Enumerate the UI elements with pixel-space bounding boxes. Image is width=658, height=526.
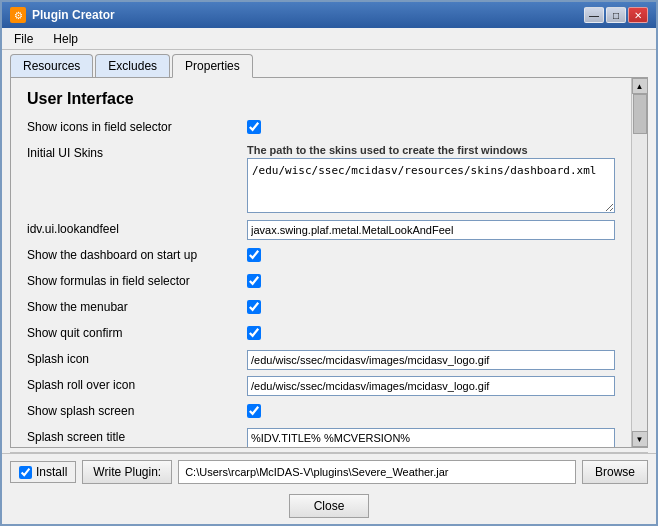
maximize-button[interactable]: □ [606,7,626,23]
value-menubar [247,298,615,317]
property-row-menubar: Show the menubar [27,298,615,320]
property-row-splash-icon: Splash icon [27,350,615,372]
checkbox-formulas[interactable] [247,274,261,288]
checkbox-quit-confirm[interactable] [247,326,261,340]
app-icon: ⚙ [10,7,26,23]
skins-description: The path to the skins used to create the… [247,144,615,156]
label-menubar: Show the menubar [27,298,247,314]
scrollbar-up[interactable]: ▲ [632,78,648,94]
property-row-splash-rollover: Splash roll over icon [27,376,615,398]
install-label: Install [36,465,67,479]
property-row-dashboard: Show the dashboard on start up [27,246,615,268]
scrollbar: ▲ ▼ [631,78,647,447]
menu-help[interactable]: Help [45,30,86,48]
value-splash-rollover [247,376,615,396]
value-splash-icon [247,350,615,370]
label-splash-icon: Splash icon [27,350,247,366]
input-lookandfeel[interactable] [247,220,615,240]
checkbox-menubar[interactable] [247,300,261,314]
label-show-splash: Show splash screen [27,402,247,418]
main-panel: User Interface Show icons in field selec… [11,78,631,447]
scrollbar-thumb[interactable] [633,94,647,134]
menu-file[interactable]: File [6,30,41,48]
close-button[interactable]: Close [289,494,370,518]
label-quit-confirm: Show quit confirm [27,324,247,340]
checkbox-dashboard[interactable] [247,248,261,262]
window-title: Plugin Creator [32,8,115,22]
write-plugin-button[interactable]: Write Plugin: [82,460,172,484]
tab-resources[interactable]: Resources [10,54,93,77]
value-show-icons [247,118,615,137]
label-formulas: Show formulas in field selector [27,272,247,288]
plugin-path-input[interactable] [178,460,576,484]
property-row-formulas: Show formulas in field selector [27,272,615,294]
value-dashboard [247,246,615,265]
property-row-quit-confirm: Show quit confirm [27,324,615,346]
property-row-skins: Initial UI Skins The path to the skins u… [27,144,615,216]
bottom-bar: Install Write Plugin: Browse [2,453,656,490]
label-lookandfeel: idv.ui.lookandfeel [27,220,247,236]
browse-button[interactable]: Browse [582,460,648,484]
value-formulas [247,272,615,291]
menu-bar: File Help [2,28,656,50]
property-row-show-icons: Show icons in field selector [27,118,615,140]
tab-properties[interactable]: Properties [172,54,253,78]
label-splash-title: Splash screen title [27,428,247,444]
close-window-button[interactable]: ✕ [628,7,648,23]
scrollbar-down[interactable]: ▼ [632,431,648,447]
label-dashboard: Show the dashboard on start up [27,246,247,262]
value-show-splash [247,402,615,421]
content-area: User Interface Show icons in field selec… [10,77,648,448]
value-splash-title [247,428,615,447]
label-show-icons: Show icons in field selector [27,118,247,134]
minimize-button[interactable]: — [584,7,604,23]
value-quit-confirm [247,324,615,343]
property-row-splash-title: Splash screen title [27,428,615,447]
value-lookandfeel [247,220,615,240]
property-row-lookandfeel: idv.ui.lookandfeel [27,220,615,242]
title-bar-left: ⚙ Plugin Creator [10,7,115,23]
property-row-show-splash: Show splash screen [27,402,615,424]
title-bar-controls: — □ ✕ [584,7,648,23]
input-splash-rollover[interactable] [247,376,615,396]
input-splash-title[interactable] [247,428,615,447]
skins-textarea[interactable]: /edu/wisc/ssec/mcidasv/resources/skins/d… [247,158,615,213]
value-skins: The path to the skins used to create the… [247,144,615,216]
close-button-row: Close [2,490,656,524]
title-bar: ⚙ Plugin Creator — □ ✕ [2,2,656,28]
input-splash-icon[interactable] [247,350,615,370]
main-window: ⚙ Plugin Creator — □ ✕ File Help Resourc… [0,0,658,526]
tabs-bar: Resources Excludes Properties [2,50,656,77]
scrollbar-track[interactable] [632,94,647,431]
install-checkbox[interactable] [19,466,32,479]
install-wrap: Install [10,461,76,483]
tab-excludes[interactable]: Excludes [95,54,170,77]
label-skins: Initial UI Skins [27,144,247,160]
label-splash-rollover: Splash roll over icon [27,376,247,392]
section-title: User Interface [27,90,615,108]
checkbox-show-splash[interactable] [247,404,261,418]
checkbox-show-icons[interactable] [247,120,261,134]
